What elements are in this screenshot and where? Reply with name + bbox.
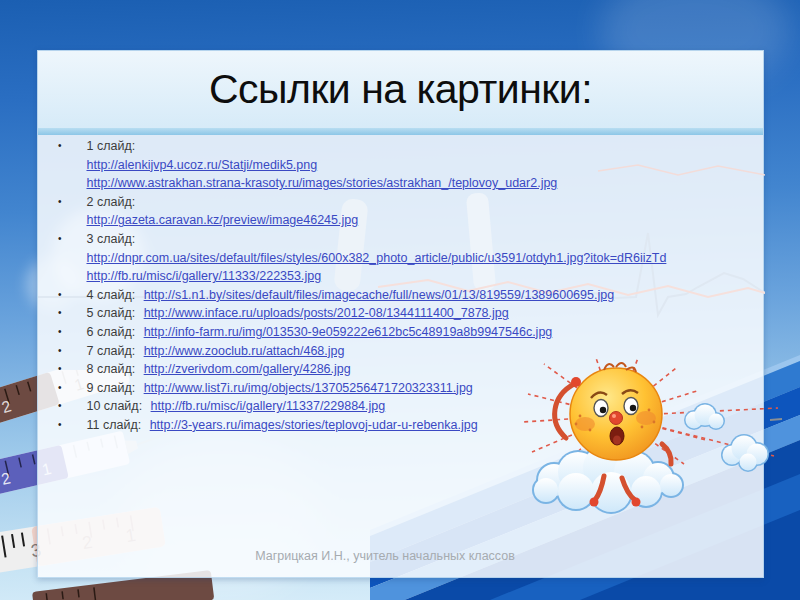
title-divider <box>38 128 763 135</box>
worried-sun-on-cloud-icon <box>516 356 784 528</box>
list-item: • 5 слайд: http://www.inface.ru/uploads/… <box>38 304 763 323</box>
slide-number-label: 7 слайд: <box>86 344 135 358</box>
slide-number-label: 1 слайд: <box>86 139 135 153</box>
list-item: http://www.astrakhan.strana-krasoty.ru/i… <box>38 174 763 193</box>
bullet-marker: • <box>48 304 83 323</box>
bullet-marker: • <box>48 286 83 305</box>
slide-number-label: 9 слайд: <box>86 381 135 395</box>
image-url-link[interactable]: http://alenkijvp4.ucoz.ru/Statji/medik5.… <box>86 158 317 172</box>
list-item: http://alenkijvp4.ucoz.ru/Statji/medik5.… <box>38 156 763 175</box>
image-url-link[interactable]: http://www.inface.ru/uploads/posts/2012-… <box>144 306 509 320</box>
image-url-link[interactable]: http://www.list7i.ru/img/objects/1370525… <box>144 381 473 395</box>
slide-number-label: 2 слайд: <box>86 195 135 209</box>
bullet-marker: • <box>48 360 83 379</box>
bullet-marker: • <box>48 397 83 416</box>
list-item: • 1 слайд: <box>38 137 763 156</box>
image-url-link[interactable]: http://3-years.ru/images/stories/teplovo… <box>150 418 478 432</box>
image-url-link[interactable]: http://www.zooclub.ru/attach/468.jpg <box>144 344 345 358</box>
slide-number-label: 10 слайд: <box>86 399 142 413</box>
list-item: http://gazeta.caravan.kz/preview/image46… <box>38 211 763 230</box>
bullet-marker: • <box>48 137 83 156</box>
author-credit: Магрицкая И.Н., учитель начальных классо… <box>220 549 550 564</box>
slide-number-label: 8 слайд: <box>86 362 135 376</box>
bullet-marker: • <box>48 342 83 361</box>
title-band: Ссылки на картинки: <box>38 51 763 128</box>
bullet-marker: • <box>48 416 83 435</box>
page-title: Ссылки на картинки: <box>209 66 592 113</box>
slide-number-label: 5 слайд: <box>86 306 135 320</box>
list-item: http://fb.ru/misc/i/gallery/11333/222353… <box>38 267 763 286</box>
slide-number-label: 4 слайд: <box>86 288 135 302</box>
bullet-marker: • <box>48 230 83 249</box>
image-url-link[interactable]: http://fb.ru/misc/i/gallery/11333/222353… <box>86 269 321 283</box>
bullet-marker: • <box>48 379 83 398</box>
image-url-link[interactable]: http://zverivdom.com/gallery/4286.jpg <box>144 362 351 376</box>
image-url-link[interactable]: http://s1.n1.by/sites/default/files/imag… <box>144 288 614 302</box>
list-item: http://dnpr.com.ua/sites/default/files/s… <box>38 249 763 268</box>
image-url-link[interactable]: http://info-farm.ru/img/013530-9e059222e… <box>144 325 553 339</box>
dash-mark <box>770 419 782 420</box>
image-url-link[interactable]: http://fb.ru/misc/i/gallery/11337/229884… <box>151 399 386 413</box>
bullet-marker: • <box>48 193 83 212</box>
image-url-link[interactable]: http://dnpr.com.ua/sites/default/files/s… <box>86 251 666 265</box>
bullet-marker: • <box>48 323 83 342</box>
list-item: • 2 слайд: <box>38 193 763 212</box>
slide-number-label: 11 слайд: <box>86 418 141 432</box>
list-item: • 6 слайд: http://info-farm.ru/img/01353… <box>38 323 763 342</box>
list-item: • 3 слайд: <box>38 230 763 249</box>
image-url-link[interactable]: http://www.astrakhan.strana-krasoty.ru/i… <box>86 176 557 190</box>
slide-number-label: 6 слайд: <box>86 325 135 339</box>
sun-body <box>570 363 662 460</box>
list-item: • 4 слайд: http://s1.n1.by/sites/default… <box>38 286 763 305</box>
slide-canvas: { "slide": { "title": "Ссылки на картинк… <box>0 0 800 600</box>
image-url-link[interactable]: http://gazeta.caravan.kz/preview/image46… <box>86 213 358 227</box>
slide-number-label: 3 слайд: <box>86 232 135 246</box>
